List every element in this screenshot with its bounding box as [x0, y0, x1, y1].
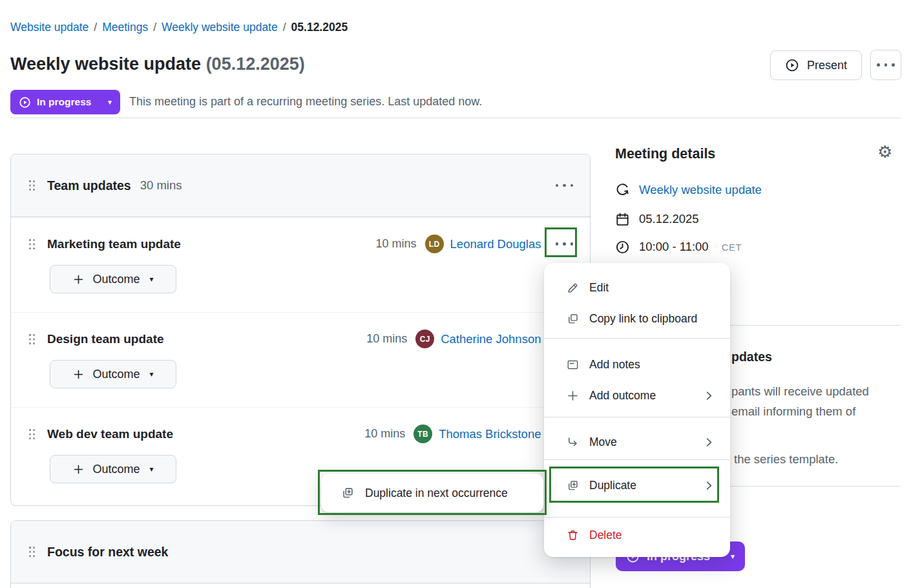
present-button[interactable]: Present	[770, 50, 862, 80]
outcome-label: Outcome	[92, 368, 140, 381]
agenda-item-duration: 10 mins	[366, 332, 407, 346]
avatar: TB	[414, 425, 432, 443]
menu-item-edit[interactable]: Edit	[544, 273, 730, 303]
page-overflow-button[interactable]	[870, 50, 901, 80]
page-title-text: Weekly website update	[10, 54, 201, 74]
calendar-icon	[615, 212, 630, 227]
chevron-right-icon	[704, 390, 715, 401]
note-icon	[565, 357, 580, 372]
status-dropdown-button[interactable]: In progress ▾	[10, 90, 120, 114]
agenda-item-title: Web dev team update	[47, 427, 173, 441]
agenda-item-title: Design team update	[47, 332, 164, 346]
chevron-right-icon	[704, 437, 715, 448]
agenda-item-title: Marketing team update	[47, 237, 181, 251]
avatar: CJ	[415, 330, 434, 348]
trash-icon	[565, 528, 580, 542]
pencil-icon	[565, 281, 580, 295]
focus-section-title: Focus for next week	[47, 545, 168, 560]
agenda-item-marketing: Marketing team update 10 mins LD Leonard…	[11, 217, 590, 312]
page-title: Weekly website update (05.12.2025)	[10, 54, 305, 74]
breadcrumb-separator: /	[283, 21, 286, 34]
context-menu: Edit Copy link to clipboard Add notes Ad…	[544, 263, 730, 557]
agenda-card: Team updates 30 mins Marketing team upda…	[10, 154, 591, 506]
menu-item-add-notes[interactable]: Add notes	[544, 349, 730, 380]
menu-item-copy-link[interactable]: Copy link to clipboard	[544, 303, 730, 334]
outcome-label: Outcome	[92, 273, 140, 286]
avatar: LD	[425, 235, 444, 253]
header-divider	[10, 118, 901, 118]
sidebar-text-fragment: pants will receive updated	[731, 384, 869, 399]
add-outcome-button[interactable]: Outcome ▾	[50, 265, 176, 293]
play-circle-icon	[19, 96, 31, 109]
owner-link[interactable]: Leonard Douglas	[450, 237, 541, 251]
duplicate-icon	[565, 479, 580, 493]
breadcrumb-separator: /	[153, 21, 156, 34]
copy-icon	[565, 311, 580, 326]
status-label: In progress	[37, 96, 91, 108]
breadcrumb-link-series[interactable]: Weekly website update	[162, 21, 278, 34]
menu-label: Copy link to clipboard	[589, 312, 697, 326]
add-outcome-button[interactable]: Outcome ▾	[50, 360, 176, 388]
agenda-item-duration: 10 mins	[364, 427, 405, 441]
series-row: Weekly website update	[615, 180, 762, 200]
meeting-time: 10:00 - 11:00	[639, 240, 709, 254]
agenda-item-design: Design team update 10 mins CJ Catherine …	[11, 312, 590, 407]
meeting-details-title: Meeting details	[615, 146, 715, 162]
meeting-date: 05.12.2025	[639, 212, 699, 226]
focus-section-header: Focus for next week	[11, 521, 590, 583]
section-duration: 30 mins	[140, 178, 182, 193]
series-link[interactable]: Weekly website update	[639, 183, 762, 197]
section-title: Team updates	[47, 178, 131, 193]
menu-item-add-outcome[interactable]: Add outcome	[544, 380, 730, 411]
recurring-icon	[615, 183, 630, 198]
present-label: Present	[807, 59, 847, 72]
menu-divider	[544, 338, 730, 339]
submenu-duplicate-next-occurrence[interactable]: Duplicate in next occurrence	[321, 474, 543, 512]
add-outcome-button[interactable]: Outcome ▾	[50, 455, 176, 483]
breadcrumb-current-date: 05.12.2025	[291, 21, 348, 34]
ellipsis-icon	[877, 63, 895, 67]
breadcrumb-link-workspace[interactable]: Website update	[10, 21, 89, 34]
section-overflow-button[interactable]	[556, 184, 574, 187]
plus-icon	[72, 273, 85, 286]
caret-down-icon: ▾	[731, 552, 735, 560]
menu-item-move[interactable]: Move	[544, 426, 730, 457]
drag-handle-icon[interactable]	[29, 334, 35, 344]
plus-icon	[72, 463, 85, 476]
menu-label: Add notes	[589, 358, 640, 372]
move-arrow-icon	[565, 435, 580, 449]
drag-handle-icon[interactable]	[29, 547, 35, 557]
plus-icon	[565, 388, 580, 403]
menu-label: Add outcome	[589, 389, 656, 403]
breadcrumb-link-meetings[interactable]: Meetings	[102, 21, 148, 34]
owner-link[interactable]: Thomas Brickstone	[439, 427, 541, 441]
date-row: 05.12.2025	[615, 209, 699, 229]
item-overflow-button[interactable]	[556, 242, 574, 246]
drag-handle-icon[interactable]	[29, 429, 35, 439]
drag-handle-icon[interactable]	[29, 239, 35, 249]
agenda-section-header: Team updates 30 mins	[11, 154, 590, 217]
menu-item-duplicate[interactable]: Duplicate	[544, 470, 730, 501]
agenda-item-duration: 10 mins	[376, 237, 417, 251]
menu-label: Move	[589, 436, 617, 449]
sidebar-section-heading-fragment: pdates	[731, 350, 772, 364]
menu-divider	[544, 459, 730, 460]
caret-down-icon: ▾	[150, 370, 154, 378]
time-row: 10:00 - 11:00 CET	[615, 237, 742, 257]
meeting-timezone: CET	[722, 242, 742, 253]
owner-link[interactable]: Catherine Johnson	[441, 332, 541, 346]
gear-icon[interactable]: ⚙	[877, 143, 892, 160]
play-circle-icon	[785, 58, 799, 72]
plus-icon	[72, 368, 85, 381]
menu-label: Edit	[589, 281, 609, 295]
duplicate-icon	[340, 486, 355, 500]
menu-label: Duplicate	[589, 479, 636, 492]
caret-down-icon: ▾	[150, 275, 154, 283]
focus-card: Focus for next week	[10, 520, 591, 588]
breadcrumb: Website update / Meetings / Weekly websi…	[10, 21, 348, 34]
breadcrumb-separator: /	[94, 21, 97, 34]
sidebar-text-fragment: email informing them of	[731, 404, 855, 419]
caret-down-icon: ▾	[150, 465, 154, 473]
menu-item-delete[interactable]: Delete	[544, 520, 730, 551]
drag-handle-icon[interactable]	[29, 180, 35, 191]
